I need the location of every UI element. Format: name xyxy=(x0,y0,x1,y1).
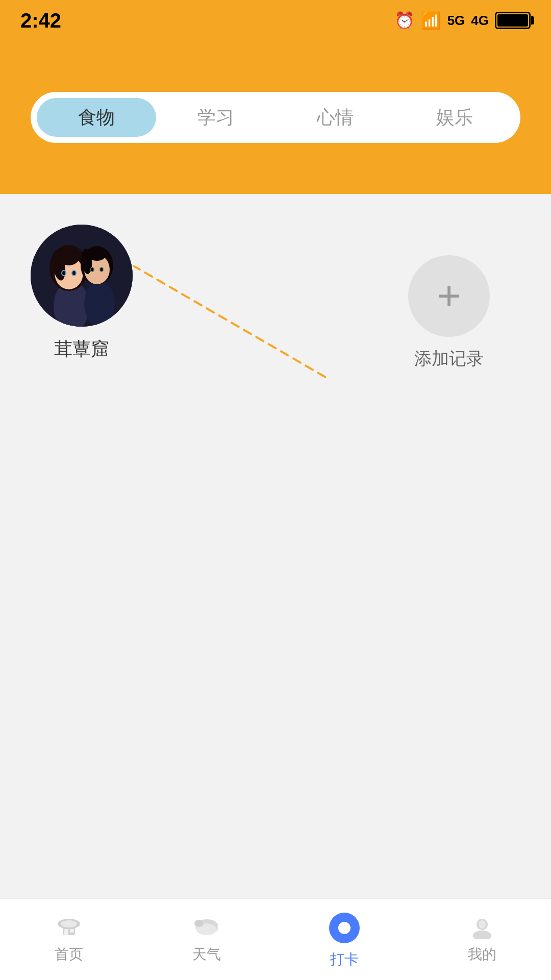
bottom-nav: 首页 天气 打卡 我的 xyxy=(0,898,551,980)
nav-item-weather[interactable]: 天气 xyxy=(189,915,224,964)
svg-point-17 xyxy=(91,268,94,272)
header-background: 食物 学习 心情 娱乐 xyxy=(0,41,551,204)
status-time: 2:42 xyxy=(20,9,61,32)
tab-study[interactable]: 学习 xyxy=(156,98,276,137)
nav-label-weather: 天气 xyxy=(192,945,221,964)
svg-point-8 xyxy=(62,271,65,275)
nav-label-punch: 打卡 xyxy=(330,950,359,969)
svg-point-9 xyxy=(72,271,76,275)
connector-line xyxy=(133,265,327,378)
wifi-icon: 📶 xyxy=(421,11,441,30)
svg-point-31 xyxy=(473,930,491,939)
weather-icon xyxy=(189,915,224,941)
main-content: 茸蕈窟 + 添加记录 xyxy=(0,194,551,898)
svg-point-10 xyxy=(84,281,115,327)
couple-section: 茸蕈窟 + 添加记录 xyxy=(31,225,520,378)
status-icons: ⏰ 📶 5G 4G xyxy=(394,11,531,30)
add-btn-circle: + xyxy=(408,255,490,337)
svg-point-14 xyxy=(88,248,106,261)
nav-item-home[interactable]: 首页 xyxy=(51,915,87,964)
status-bar: 2:42 ⏰ 📶 5G 4G xyxy=(0,0,551,41)
mine-icon xyxy=(464,915,500,941)
punch-dot xyxy=(329,913,360,943)
nav-item-punch[interactable]: 打卡 xyxy=(327,910,362,969)
svg-rect-23 xyxy=(64,929,68,935)
add-record-label: 添加记录 xyxy=(414,347,484,371)
alarm-icon: ⏰ xyxy=(394,11,415,30)
avatar xyxy=(31,225,133,327)
tab-entertainment[interactable]: 娱乐 xyxy=(395,98,514,137)
plus-icon: + xyxy=(437,276,461,316)
svg-point-29 xyxy=(194,920,204,927)
user-name: 茸蕈窟 xyxy=(54,337,109,362)
category-tabs: 食物 学习 心情 娱乐 xyxy=(31,92,520,143)
battery-indicator xyxy=(495,12,531,29)
user-avatar-container[interactable]: 茸蕈窟 xyxy=(31,225,133,362)
svg-point-21 xyxy=(61,920,77,927)
add-record-button[interactable]: + 添加记录 xyxy=(408,255,490,371)
svg-point-18 xyxy=(101,268,103,272)
svg-point-5 xyxy=(59,250,79,265)
tab-food[interactable]: 食物 xyxy=(37,98,156,137)
nav-label-home: 首页 xyxy=(55,945,83,964)
signal-4g-icon: 4G xyxy=(471,13,489,29)
punch-inner xyxy=(338,922,350,934)
home-icon xyxy=(51,915,87,941)
svg-point-32 xyxy=(479,920,486,928)
nav-item-mine[interactable]: 我的 xyxy=(464,915,500,964)
nav-label-mine: 我的 xyxy=(468,945,496,964)
signal-5g-icon: 5G xyxy=(447,13,465,29)
svg-line-19 xyxy=(133,265,327,378)
svg-rect-24 xyxy=(70,929,74,933)
battery-fill xyxy=(497,14,528,27)
tab-mood[interactable]: 心情 xyxy=(276,98,395,137)
punch-icon xyxy=(327,910,362,946)
